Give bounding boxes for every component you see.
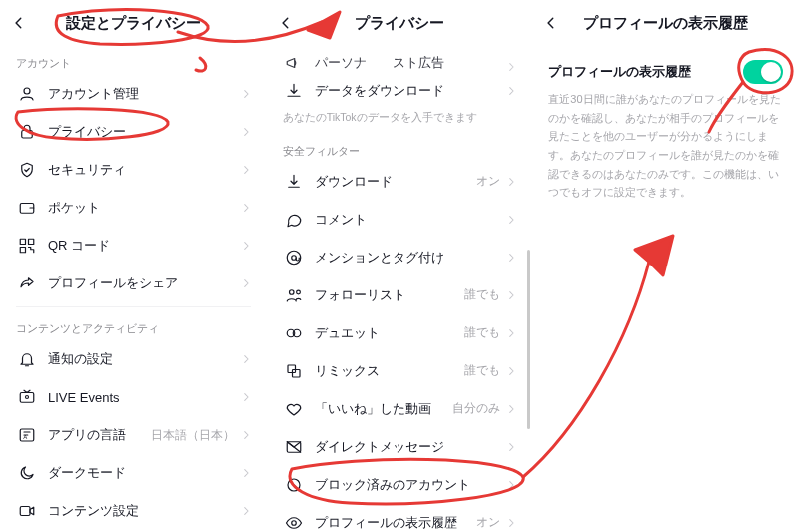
chevron-right-icon: [506, 62, 516, 72]
download-icon-wrap: [283, 82, 305, 100]
comment-icon: [285, 211, 303, 229]
svg-rect-4: [29, 239, 34, 244]
svg-rect-17: [288, 365, 296, 373]
moon-icon: [18, 464, 36, 482]
follow-list-label: フォローリスト: [315, 286, 465, 304]
panel1-title: 設定とプライバシー: [66, 14, 201, 33]
profile-view-toggle[interactable]: [743, 60, 783, 84]
mention-icon: [285, 249, 303, 266]
chevron-right-icon: [506, 442, 516, 452]
live-icon-wrap: [16, 388, 38, 406]
svg-rect-10: [20, 507, 30, 516]
share-icon: [18, 274, 36, 292]
duet-icon-wrap: [283, 324, 305, 342]
wallet-icon-wrap: [16, 199, 38, 217]
chevron-right-icon: [241, 241, 251, 251]
row-value: オン: [476, 173, 500, 190]
section-safety: 安全フィルター: [267, 134, 533, 163]
mentions-row[interactable]: メンションとタグ付け: [267, 239, 533, 276]
duet-row[interactable]: デュエット 誰でも: [267, 314, 533, 352]
svg-rect-3: [20, 239, 25, 244]
svg-point-13: [289, 290, 294, 295]
chevron-right-icon: [241, 89, 251, 99]
video-icon-wrap: [16, 502, 38, 520]
chevron-right-icon: [506, 366, 516, 376]
qr-code-row[interactable]: QR コード: [0, 227, 267, 265]
bell-icon: [18, 350, 36, 368]
profile-view-label: プロフィールの表示履歴: [548, 63, 691, 81]
download-data-row[interactable]: データをダウンロード: [267, 72, 533, 110]
download-data-label: データをダウンロード: [315, 82, 507, 100]
liked-videos-row[interactable]: 「いいね」した動画 自分のみ: [267, 390, 533, 428]
row-value: 誰でも: [464, 286, 500, 303]
chevron-right-icon: [241, 430, 251, 440]
downloads-row[interactable]: ダウンロード オン: [267, 163, 533, 201]
back-button-1[interactable]: [12, 16, 26, 30]
row-value: 日本語（日本）: [151, 427, 235, 444]
svg-rect-18: [292, 369, 300, 377]
panel3-header: プロフィールの表示履歴: [532, 0, 799, 46]
live-events-row[interactable]: LIVE Events: [0, 378, 267, 416]
follow-icon: [285, 286, 303, 304]
profile-view-desc: 直近30日間に誰があなたのプロフィールを見たのかを確認し、あなたが相手のプロフィ…: [532, 90, 799, 202]
direct-message-row[interactable]: ダイレクトメッセージ: [267, 428, 533, 466]
panel3-title: プロフィールの表示履歴: [583, 14, 748, 33]
security-row[interactable]: セキュリティ: [0, 151, 267, 189]
follow-icon-wrap: [283, 286, 305, 304]
row-value: 自分のみ: [452, 400, 500, 417]
content-settings-label: コンテンツ設定: [48, 502, 241, 520]
privacy-panel: プライバシー パーソナ スト広告 データをダウンロード あなたのTikTokのデ…: [267, 0, 533, 532]
pocket-label: ポケット: [48, 199, 241, 217]
shield-icon: [18, 161, 36, 179]
row-value: 誰でも: [464, 324, 500, 341]
back-button-2[interactable]: [279, 16, 293, 30]
back-button-3[interactable]: [544, 16, 558, 30]
profile-view-panel: プロフィールの表示履歴 プロフィールの表示履歴 直近30日間に誰があなたのプロフ…: [532, 0, 799, 532]
chevron-right-icon: [241, 392, 251, 402]
chevron-right-icon: [506, 290, 516, 300]
share-profile-row[interactable]: プロフィールをシェア: [0, 265, 267, 302]
heart-icon-wrap: [283, 400, 305, 418]
notifications-label: 通知の設定: [48, 350, 241, 368]
remix-icon-wrap: [283, 362, 305, 380]
divider: [16, 306, 251, 307]
comments-row[interactable]: コメント: [267, 201, 533, 239]
dm-icon: [285, 438, 303, 456]
share-profile-label: プロフィールをシェア: [48, 274, 241, 292]
privacy-row[interactable]: プライバシー: [0, 113, 267, 151]
mentions-label: メンションとタグ付け: [315, 249, 507, 266]
chevron-right-icon: [241, 127, 251, 137]
follow-list-row[interactable]: フォローリスト 誰でも: [267, 276, 533, 314]
mention-icon-wrap: [283, 249, 305, 266]
scrollbar[interactable]: [527, 250, 530, 429]
blocked-row[interactable]: ブロック済みのアカウント: [267, 466, 533, 504]
account-manage-row[interactable]: アカウント管理: [0, 75, 267, 113]
duet-icon: [285, 324, 303, 342]
personalized-ads-row[interactable]: パーソナ スト広告: [267, 46, 533, 72]
svg-point-0: [24, 88, 30, 94]
dark-mode-row[interactable]: ダークモード: [0, 454, 267, 492]
notifications-row[interactable]: 通知の設定: [0, 340, 267, 378]
chevron-right-icon: [241, 165, 251, 175]
content-settings-row[interactable]: コンテンツ設定: [0, 492, 267, 530]
profile-view-history-row[interactable]: プロフィールの表示履歴 オン: [267, 504, 533, 532]
row-value: オン: [476, 514, 500, 531]
megaphone-icon: [285, 54, 303, 72]
direct-message-label: ダイレクトメッセージ: [315, 438, 507, 456]
remix-row[interactable]: リミックス 誰でも: [267, 352, 533, 390]
pocket-row[interactable]: ポケット: [0, 189, 267, 227]
svg-rect-5: [20, 248, 25, 253]
dark-mode-label: ダークモード: [48, 464, 241, 482]
profile-view-history-label: プロフィールの表示履歴: [315, 514, 477, 532]
download-data-sub: あなたのTikTokのデータを入手できます: [267, 110, 533, 134]
lang-icon-wrap: A: [16, 426, 38, 444]
app-language-row[interactable]: A アプリの言語 日本語（日本）: [0, 416, 267, 454]
megaphone-icon-wrap: [283, 54, 305, 72]
eye-icon-wrap: [283, 514, 305, 532]
remix-icon: [285, 362, 303, 380]
comments-label: コメント: [315, 211, 507, 229]
bell-icon-wrap: [16, 350, 38, 368]
lock-icon: [18, 123, 36, 141]
svg-point-14: [296, 290, 300, 294]
app-language-label: アプリの言語: [48, 426, 151, 444]
